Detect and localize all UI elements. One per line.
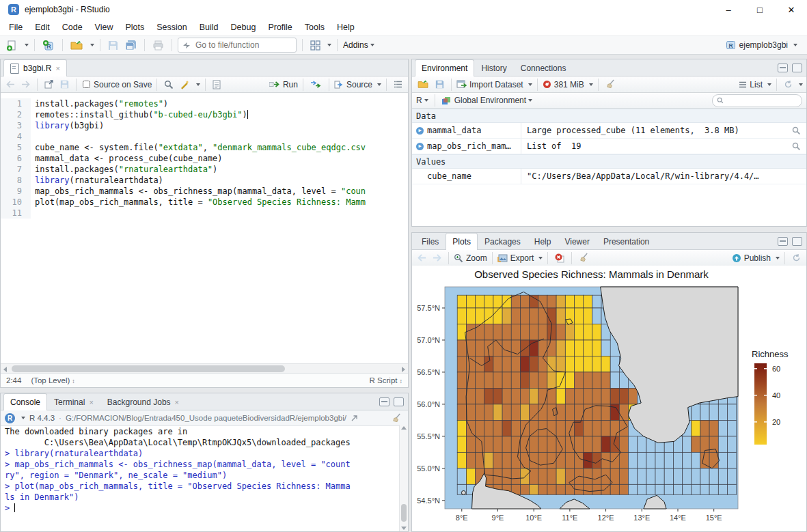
code-tools-icon[interactable] xyxy=(178,77,192,92)
save-all-button[interactable] xyxy=(123,38,139,53)
memory-usage-button[interactable]: 381 MiB xyxy=(543,80,593,89)
scroll-right-icon[interactable] xyxy=(402,367,405,372)
file-type-selector[interactable]: R Script↕ xyxy=(370,376,402,384)
print-button[interactable] xyxy=(150,38,166,53)
close-tab-icon[interactable]: × xyxy=(55,64,59,72)
pane-minimize-icon[interactable] xyxy=(379,397,389,406)
language-selector[interactable]: R xyxy=(416,96,428,105)
save-button[interactable] xyxy=(106,38,120,53)
pane-minimize-icon[interactable] xyxy=(778,237,788,246)
open-recent-dropdown-icon[interactable] xyxy=(90,44,94,46)
new-file-button[interactable] xyxy=(4,38,20,53)
close-icon[interactable]: ✕ xyxy=(776,0,807,19)
expand-icon[interactable]: ▶ xyxy=(416,127,424,135)
forward-icon[interactable] xyxy=(19,77,32,92)
tab-terminal[interactable]: Terminal× xyxy=(47,393,100,410)
publish-button[interactable]: Publish xyxy=(732,253,780,263)
refresh-environment-icon[interactable] xyxy=(782,77,795,92)
tab-console[interactable]: Console xyxy=(3,393,47,410)
environment-search[interactable] xyxy=(712,94,802,107)
new-project-button[interactable]: R xyxy=(40,38,57,53)
back-icon[interactable] xyxy=(4,77,17,92)
code-tools-dropdown-icon[interactable] xyxy=(196,83,200,86)
menu-tools[interactable]: Tools xyxy=(299,20,331,34)
scroll-left-icon[interactable] xyxy=(3,367,7,372)
scroll-up-icon[interactable] xyxy=(401,426,407,430)
tab-plots[interactable]: Plots xyxy=(446,233,478,250)
project-menu-button[interactable]: R ejemplob3gbi xyxy=(726,40,803,50)
expand-icon[interactable]: ▶ xyxy=(416,143,424,150)
source-on-save-checkbox[interactable] xyxy=(83,81,90,88)
previous-plot-icon[interactable] xyxy=(415,251,428,266)
menu-plots[interactable]: Plots xyxy=(119,20,150,34)
panes-dropdown-icon[interactable] xyxy=(327,44,331,46)
editor-horizontal-scrollbar[interactable] xyxy=(1,363,408,374)
tab-background-jobs[interactable]: Background Jobs× xyxy=(100,393,186,410)
environment-search-input[interactable] xyxy=(726,96,791,105)
clear-console-icon[interactable] xyxy=(389,410,404,425)
tab-environment[interactable]: Environment xyxy=(415,59,474,76)
menu-help[interactable]: Help xyxy=(331,20,361,34)
env-object-row[interactable]: ▶map_obs_rich_mam…List of 19 xyxy=(412,139,806,154)
document-outline-icon[interactable] xyxy=(392,77,405,92)
goto-file-input[interactable] xyxy=(194,40,279,51)
inspect-icon[interactable] xyxy=(792,142,801,151)
rerun-icon[interactable] xyxy=(308,77,324,92)
tab-history[interactable]: History xyxy=(474,59,513,76)
addins-button[interactable]: Addins xyxy=(343,40,374,50)
load-workspace-icon[interactable] xyxy=(415,77,431,92)
tab-connections[interactable]: Connections xyxy=(514,59,573,76)
export-plot-button[interactable]: Export xyxy=(497,253,543,263)
tab-viewer[interactable]: Viewer xyxy=(558,233,596,249)
minimize-icon[interactable]: – xyxy=(713,0,744,19)
maximize-icon[interactable]: □ xyxy=(744,0,776,19)
console-output[interactable]: The downloaded binary packages are in C:… xyxy=(1,425,400,531)
tab-files[interactable]: Files xyxy=(415,233,446,249)
next-plot-icon[interactable] xyxy=(430,251,443,266)
environment-selector[interactable]: Global Environment xyxy=(454,96,532,105)
goto-directory-icon[interactable] xyxy=(351,415,358,422)
menu-edit[interactable]: Edit xyxy=(29,20,56,34)
menu-file[interactable]: File xyxy=(3,20,29,34)
close-tab-icon[interactable]: × xyxy=(89,398,93,406)
source-button[interactable]: Source xyxy=(334,80,381,89)
pane-maximize-icon[interactable] xyxy=(394,397,404,406)
menu-view[interactable]: View xyxy=(89,20,120,34)
zoom-plot-button[interactable]: Zoom xyxy=(454,253,487,263)
env-object-row[interactable]: ▶mammal_dataLarge processed_cube (11 ele… xyxy=(412,123,806,139)
compile-report-icon[interactable] xyxy=(210,77,223,92)
source-dropdown-icon[interactable] xyxy=(377,83,381,86)
new-file-dropdown-icon[interactable] xyxy=(25,44,29,46)
tab-b3gbi.r[interactable]: b3gbi.R× xyxy=(3,59,67,76)
save-workspace-icon[interactable] xyxy=(433,77,446,92)
open-file-button[interactable] xyxy=(68,38,85,53)
tab-help[interactable]: Help xyxy=(528,233,558,249)
clear-environment-icon[interactable] xyxy=(603,77,618,92)
scroll-down-icon[interactable] xyxy=(401,527,407,530)
goto-file-search[interactable] xyxy=(178,38,297,53)
scrollbar-thumb[interactable] xyxy=(401,504,407,522)
console-scrollbar[interactable] xyxy=(399,425,408,531)
close-tab-icon[interactable]: × xyxy=(175,398,179,406)
run-button[interactable]: Run xyxy=(269,80,298,89)
pane-maximize-icon[interactable] xyxy=(792,237,802,246)
menu-session[interactable]: Session xyxy=(150,20,193,34)
env-object-row[interactable]: cube_name"C:/Users/Bea/AppData/Local/R/w… xyxy=(412,169,806,184)
inspect-icon[interactable] xyxy=(792,126,801,135)
code-editor[interactable]: 1install.packages("remotes")2remotes::in… xyxy=(1,98,408,364)
import-dataset-button[interactable]: Import Dataset xyxy=(456,80,532,89)
refresh-plot-icon[interactable] xyxy=(790,251,803,266)
menu-debug[interactable]: Debug xyxy=(225,20,262,34)
refresh-dropdown-icon[interactable] xyxy=(799,83,803,86)
pane-maximize-icon[interactable] xyxy=(792,64,802,72)
r-version-icon[interactable]: R xyxy=(5,413,15,423)
find-icon[interactable] xyxy=(162,77,176,92)
panes-layout-button[interactable] xyxy=(308,38,323,53)
pane-minimize-icon[interactable] xyxy=(778,64,788,72)
menu-profile[interactable]: Profile xyxy=(262,20,298,34)
scrollbar-thumb[interactable] xyxy=(12,365,285,372)
tab-packages[interactable]: Packages xyxy=(478,233,528,249)
remove-plot-icon[interactable] xyxy=(553,251,566,266)
clear-plots-icon[interactable] xyxy=(577,251,591,266)
open-in-new-window-icon[interactable] xyxy=(42,77,56,92)
